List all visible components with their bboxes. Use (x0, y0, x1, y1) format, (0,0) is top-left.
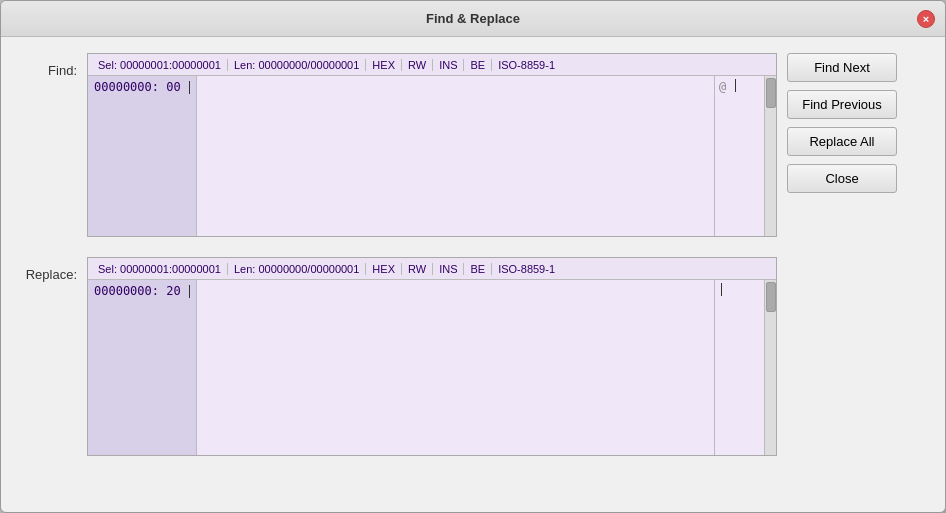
find-scrollbar-thumb[interactable] (766, 78, 776, 108)
close-button[interactable]: Close (787, 164, 897, 193)
find-toolbar: Sel: 00000001:00000001 Len: 00000000/000… (88, 54, 776, 76)
replace-scrollbar[interactable] (764, 280, 776, 455)
find-cursor (189, 81, 190, 94)
find-label: Find: (17, 53, 77, 78)
find-toolbar-rw: RW (402, 59, 433, 71)
find-hex-body: 00000000: 00 @ (88, 76, 776, 236)
find-ascii-cursor-bar (735, 79, 736, 92)
find-toolbar-be: BE (464, 59, 492, 71)
replace-row: Replace: Sel: 00000001:00000001 Len: 000… (17, 257, 929, 456)
replace-toolbar-rw: RW (402, 263, 433, 275)
replace-toolbar-len: Len: 00000000/00000001 (228, 263, 366, 275)
content-area: Find: Sel: 00000001:00000001 Len: 000000… (1, 37, 945, 512)
find-hex-data[interactable] (197, 76, 714, 236)
replace-scrollbar-thumb[interactable] (766, 282, 776, 312)
find-replace-window: Find & Replace × Find: Sel: 00000001:000… (0, 0, 946, 513)
window-title: Find & Replace (426, 11, 520, 26)
find-toolbar-hex: HEX (366, 59, 402, 71)
replace-all-button[interactable]: Replace All (787, 127, 897, 156)
replace-toolbar: Sel: 00000001:00000001 Len: 00000000/000… (88, 258, 776, 280)
find-ascii-cursor: @ (719, 80, 726, 94)
find-previous-button[interactable]: Find Previous (787, 90, 897, 119)
find-offset: 00000000: 00 (88, 76, 197, 236)
find-ascii: @ (714, 76, 764, 236)
replace-toolbar-be: BE (464, 263, 492, 275)
replace-label: Replace: (17, 257, 77, 282)
find-toolbar-len: Len: 00000000/00000001 (228, 59, 366, 71)
replace-cursor (189, 285, 190, 298)
find-toolbar-iso: ISO-8859-1 (492, 59, 561, 71)
replace-hex-data[interactable] (197, 280, 714, 455)
find-next-button[interactable]: Find Next (787, 53, 897, 82)
find-scrollbar[interactable] (764, 76, 776, 236)
replace-hex-editor[interactable]: Sel: 00000001:00000001 Len: 00000000/000… (87, 257, 777, 456)
find-hex-editor[interactable]: Sel: 00000001:00000001 Len: 00000000/000… (87, 53, 777, 237)
replace-toolbar-iso: ISO-8859-1 (492, 263, 561, 275)
buttons-panel: Find Next Find Previous Replace All Clos… (787, 53, 897, 193)
replace-toolbar-hex: HEX (366, 263, 402, 275)
replace-toolbar-ins: INS (433, 263, 464, 275)
replace-toolbar-sel: Sel: 00000001:00000001 (92, 263, 228, 275)
replace-offset: 00000000: 20 (88, 280, 197, 455)
find-toolbar-ins: INS (433, 59, 464, 71)
replace-hex-body: 00000000: 20 (88, 280, 776, 455)
window-close-button[interactable]: × (917, 10, 935, 28)
replace-ascii (714, 280, 764, 455)
find-toolbar-sel: Sel: 00000001:00000001 (92, 59, 228, 71)
replace-ascii-cursor-bar (721, 283, 722, 296)
title-bar: Find & Replace × (1, 1, 945, 37)
find-row: Find: Sel: 00000001:00000001 Len: 000000… (17, 53, 929, 237)
